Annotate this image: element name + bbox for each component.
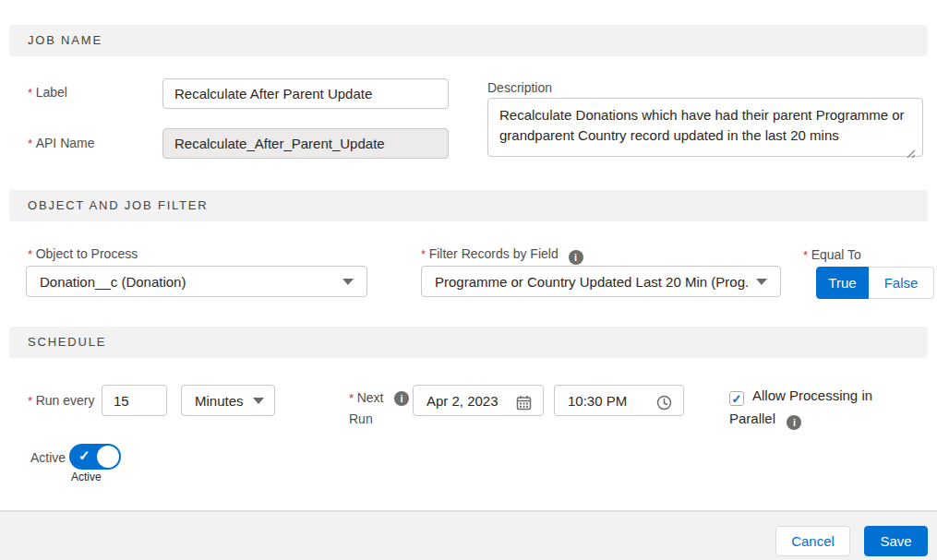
next-run-time-value: 10:30 PM	[568, 393, 627, 409]
filter-records-value: Programme or Country Updated Last 20 Min…	[435, 274, 749, 290]
active-toggle[interactable]: ✓	[69, 444, 121, 470]
info-icon[interactable]: i	[569, 250, 583, 265]
toggle-knob	[97, 446, 119, 468]
next-run-label: Next Run	[349, 387, 391, 430]
filter-records-label: Filter Records by Field i	[421, 246, 583, 265]
run-every-unit-select[interactable]: Minutes	[181, 385, 275, 416]
filter-records-label-text: Filter Records by Field	[429, 246, 559, 261]
run-every-input[interactable]	[102, 385, 167, 416]
run-every-unit-value: Minutes	[195, 393, 244, 409]
object-to-process-label: Object to Process	[28, 246, 138, 261]
allow-parallel-field: ✓Allow Processing in Parallel i	[729, 384, 895, 430]
chevron-down-icon	[253, 398, 264, 404]
label-input[interactable]	[162, 78, 449, 109]
next-run-time-input[interactable]: 10:30 PM	[554, 385, 684, 416]
filter-records-combobox[interactable]: Programme or Country Updated Last 20 Min…	[421, 266, 781, 297]
description-field-label: Description	[487, 80, 552, 95]
section-header-object-and-job-filter: OBJECT AND JOB FILTER	[9, 190, 928, 221]
chevron-down-icon	[756, 279, 767, 285]
save-button[interactable]: Save	[864, 526, 928, 556]
label-field-label: Label	[28, 85, 67, 100]
section-header-job-name: JOB NAME	[9, 25, 928, 56]
equal-to-toggle-group: True False	[816, 267, 934, 299]
equal-to-true-button[interactable]: True	[816, 267, 869, 299]
clock-icon[interactable]	[656, 393, 672, 411]
section-header-schedule: SCHEDULE	[9, 327, 928, 358]
object-to-process-value: Donation__c (Donation)	[40, 274, 186, 290]
equal-to-false-button[interactable]: False	[869, 267, 934, 299]
job-config-form: JOB NAME Label API Name Description Reca…	[0, 0, 937, 560]
info-icon[interactable]: i	[787, 415, 801, 430]
footer-bar: Cancel Save	[0, 510, 937, 560]
active-label: Active	[30, 450, 66, 465]
active-toggle-state-label: Active	[71, 471, 102, 483]
api-name-field-label: API Name	[28, 136, 94, 150]
next-run-date-value: Apr 2, 2023	[426, 393, 499, 409]
object-to-process-combobox[interactable]: Donation__c (Donation)	[26, 266, 367, 297]
chevron-down-icon	[342, 279, 354, 285]
api-name-input	[162, 128, 449, 159]
calendar-icon[interactable]	[516, 393, 532, 411]
next-run-date-input[interactable]: Apr 2, 2023	[413, 385, 544, 416]
equal-to-label: Equal To	[803, 247, 861, 262]
cancel-button[interactable]: Cancel	[775, 526, 850, 556]
info-icon[interactable]: i	[394, 391, 409, 406]
description-textarea[interactable]: Recalculate Donations which have had the…	[487, 98, 923, 157]
run-every-label: Run every	[28, 393, 94, 408]
allow-parallel-checkbox[interactable]: ✓	[729, 391, 744, 406]
check-icon: ✓	[78, 447, 90, 464]
